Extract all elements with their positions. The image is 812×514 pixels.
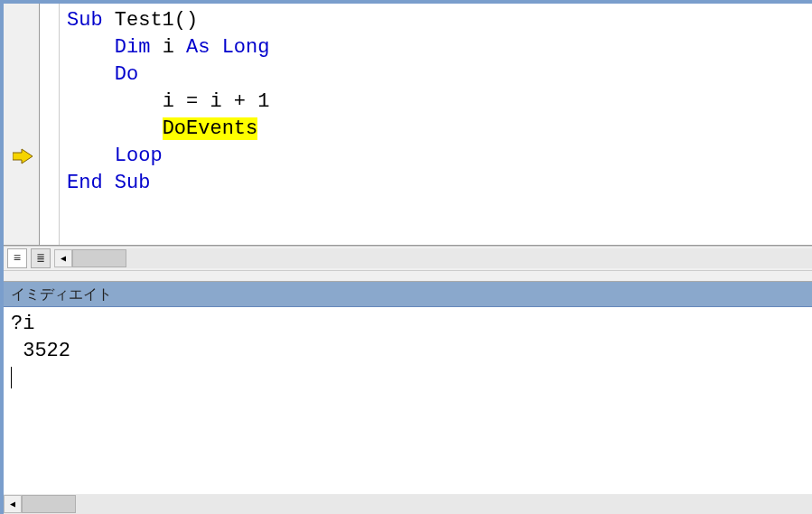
immediate-horizontal-scrollbar[interactable]: ◀	[4, 494, 812, 514]
immediate-line[interactable]	[11, 365, 805, 392]
full-module-view-button[interactable]: ≣	[31, 248, 51, 268]
code-token: End Sub	[67, 172, 150, 194]
code-view-toolbar: ≡ ≣ ◀	[4, 246, 812, 271]
code-line[interactable]: Sub Test1()	[67, 7, 812, 34]
splitter[interactable]	[4, 271, 812, 282]
current-line-arrow-icon	[13, 148, 33, 164]
immediate-line[interactable]: 3522	[11, 338, 805, 365]
code-token: DoEvents	[163, 117, 258, 140]
indicator-margin	[4, 4, 40, 245]
code-line[interactable]: End Sub	[67, 170, 812, 197]
code-line[interactable]: Do	[67, 61, 812, 89]
text-cursor	[11, 367, 12, 388]
immediate-line[interactable]: ?i	[11, 311, 805, 338]
code-line[interactable]: Loop	[67, 143, 812, 170]
code-lines[interactable]: Sub Test1() Dim i As Long Do i = i + 1 D…	[60, 4, 812, 245]
code-token: Do	[115, 63, 138, 86]
code-token: i = i + 1	[163, 90, 270, 113]
svg-marker-0	[13, 149, 33, 164]
code-line[interactable]: DoEvents	[67, 116, 812, 143]
selection-margin	[40, 4, 60, 245]
code-token: Test1()	[115, 9, 198, 32]
code-token: As Long	[186, 36, 269, 59]
scroll-thumb[interactable]	[22, 495, 76, 513]
procedure-view-button[interactable]: ≡	[7, 248, 27, 268]
immediate-window[interactable]: ?i 3522	[4, 307, 812, 494]
scroll-thumb[interactable]	[72, 249, 126, 267]
code-editor[interactable]: Sub Test1() Dim i As Long Do i = i + 1 D…	[4, 4, 812, 246]
code-token: Dim	[115, 36, 163, 59]
code-token: Sub	[67, 9, 115, 32]
immediate-window-header: イミディエイト	[4, 282, 812, 307]
code-token: i	[163, 36, 186, 59]
code-line[interactable]: i = i + 1	[67, 89, 812, 116]
code-horizontal-scrollbar[interactable]: ◀	[54, 248, 812, 268]
scroll-left-button[interactable]: ◀	[54, 249, 72, 267]
scroll-left-button[interactable]: ◀	[4, 495, 22, 513]
code-line[interactable]: Dim i As Long	[67, 34, 812, 61]
code-token: Loop	[115, 145, 163, 167]
